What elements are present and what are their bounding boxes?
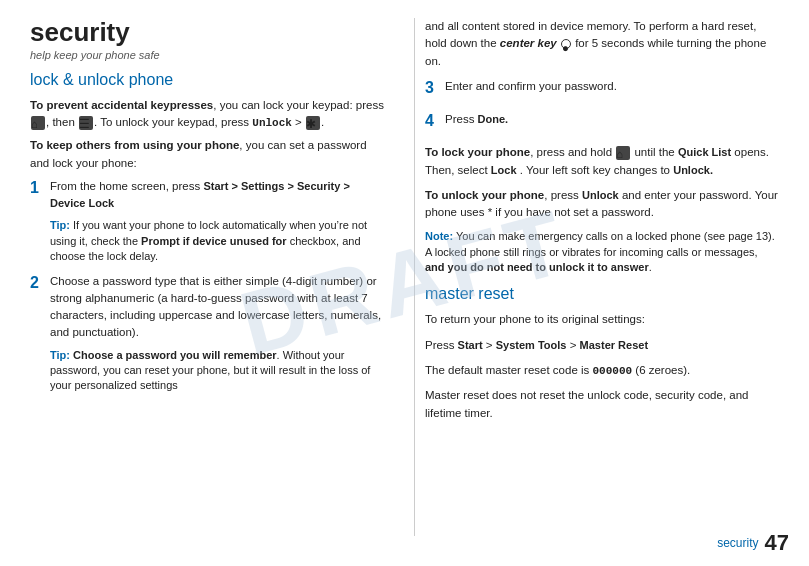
lock-phone-mid: until the (634, 146, 674, 158)
note-end: . (649, 261, 652, 273)
right-column: and all content stored in device memory.… (414, 18, 779, 536)
note-label: Note: (425, 230, 453, 242)
step1-sep2: > (284, 180, 297, 192)
lock-phone-para: To lock your phone, press and hold ⌂ unt… (425, 144, 779, 179)
step4-content: Press Done. (445, 111, 779, 136)
page-title: security (30, 18, 384, 47)
page-number: 47 (765, 530, 789, 556)
page-label: security (717, 536, 758, 550)
section-title-lock-unlock: lock & unlock phone (30, 71, 384, 89)
master-reset-default-text: The default master reset code is (425, 364, 589, 376)
para1-rest: , you can lock your keypad: press (213, 99, 384, 111)
left-column: security help keep your phone safe lock … (30, 18, 394, 536)
unlock-phone-para: To unlock your phone, press Unlock and e… (425, 187, 779, 222)
lock-phone-end2: . Your left soft key changes to (520, 164, 670, 176)
master-reset-default-line: The default master reset code is 000000 … (425, 362, 779, 380)
master-reset-press: Press Start > System Tools > Master Rese… (425, 337, 779, 354)
lock-phone-text: , press and hold (530, 146, 612, 158)
step1-code3: Security (297, 180, 340, 192)
note-text: You can make emergency calls on a locked… (425, 230, 775, 257)
master-reset-note: Master reset does not reset the unlock c… (425, 387, 779, 422)
lock-phone-code2: Lock (491, 164, 517, 176)
step4-text: Press Done. (445, 111, 779, 128)
page-number-area: security 47 (717, 530, 789, 556)
center-key-icon: ● (561, 39, 571, 49)
step1-tip: Tip: If you want your phone to lock auto… (50, 218, 384, 264)
step3-text: Enter and confirm your password. (445, 78, 779, 95)
step1-text1: From the home screen, press (50, 180, 203, 192)
step1-code4: Device Lock (50, 197, 114, 209)
master-reset-sep1: > (483, 339, 496, 351)
step2-tip: Tip: Choose a password you will remember… (50, 348, 384, 394)
unlock-phone-bold: To unlock your phone (425, 189, 544, 201)
step4-code: Done. (478, 113, 509, 125)
para2-bold: To keep others from using your phone (30, 139, 239, 151)
step1-sep3: > (340, 180, 349, 192)
lock-phone-bold: To lock your phone (425, 146, 530, 158)
para1: To prevent accidental keypresses, you ca… (30, 97, 384, 132)
home-icon-2: ⌂ (616, 146, 630, 160)
master-reset-code2: System Tools (496, 339, 567, 351)
step1-code1: Start (203, 180, 228, 192)
step1-text: From the home screen, press Start > Sett… (50, 178, 384, 213)
step1-content: From the home screen, press Start > Sett… (50, 178, 384, 265)
step4-number: 4 (425, 111, 439, 136)
master-reset-press-label: Press (425, 339, 458, 351)
unlock-icon: ✱ (306, 116, 320, 130)
note-para: Note: You can make emergency calls on a … (425, 229, 779, 275)
master-reset-code1: Start (458, 339, 483, 351)
home-icon: ⌂ (31, 116, 45, 130)
step2-content: Choose a password type that is either si… (50, 273, 384, 394)
para1-end: . To unlock your keypad, press (94, 116, 249, 128)
step3-item: 3 Enter and confirm your password. (425, 78, 779, 103)
master-reset-sep2: > (566, 339, 579, 351)
master-reset-default-end: (6 zeroes). (635, 364, 690, 376)
master-reset-code3: Master Reset (580, 339, 648, 351)
step3-number: 3 (425, 78, 439, 103)
step2-item: 2 Choose a password type that is either … (30, 273, 384, 394)
step2-tip-bold: Choose a password you will remember (70, 349, 277, 361)
para2: To keep others from using your phone, yo… (30, 137, 384, 172)
lock-phone-code1: Quick List (678, 146, 731, 158)
step1-number: 1 (30, 178, 44, 265)
master-reset-intro: To return your phone to its original set… (425, 311, 779, 328)
step1-tip-label: Tip: (50, 219, 70, 231)
page-container: security help keep your phone safe lock … (0, 0, 809, 566)
unlock-phone-text: , press (544, 189, 579, 201)
step2-tip-label: Tip: (50, 349, 70, 361)
step3-content: Enter and confirm your password. (445, 78, 779, 103)
center-key-label: center key (500, 37, 557, 49)
note-bold: and you do not need to unlock it to answ… (425, 261, 649, 273)
step1-sep1: > (228, 180, 241, 192)
step2-number: 2 (30, 273, 44, 394)
step1-item: 1 From the home screen, press Start > Se… (30, 178, 384, 265)
para1-mid: , then (46, 116, 75, 128)
step4-item: 4 Press Done. (425, 111, 779, 136)
step2-text: Choose a password type that is either si… (50, 273, 384, 342)
continuation-text: and all content stored in device memory.… (425, 18, 779, 70)
step1-tip-code: Prompt if device unused for (141, 235, 286, 247)
para1-code1: Unlock (252, 117, 292, 129)
para1-bold: To prevent accidental keypresses (30, 99, 213, 111)
page-subtitle: help keep your phone safe (30, 49, 384, 61)
step1-code2: Settings (241, 180, 284, 192)
step4-text-pre: Press (445, 113, 478, 125)
unlock-phone-code: Unlock (582, 189, 619, 201)
master-reset-code-value: 000000 (592, 365, 632, 377)
para1-op: > (292, 116, 305, 128)
lock-phone-code3: Unlock. (673, 164, 713, 176)
menu-icon: ☰ (79, 116, 93, 130)
section-title-master-reset: master reset (425, 285, 779, 303)
